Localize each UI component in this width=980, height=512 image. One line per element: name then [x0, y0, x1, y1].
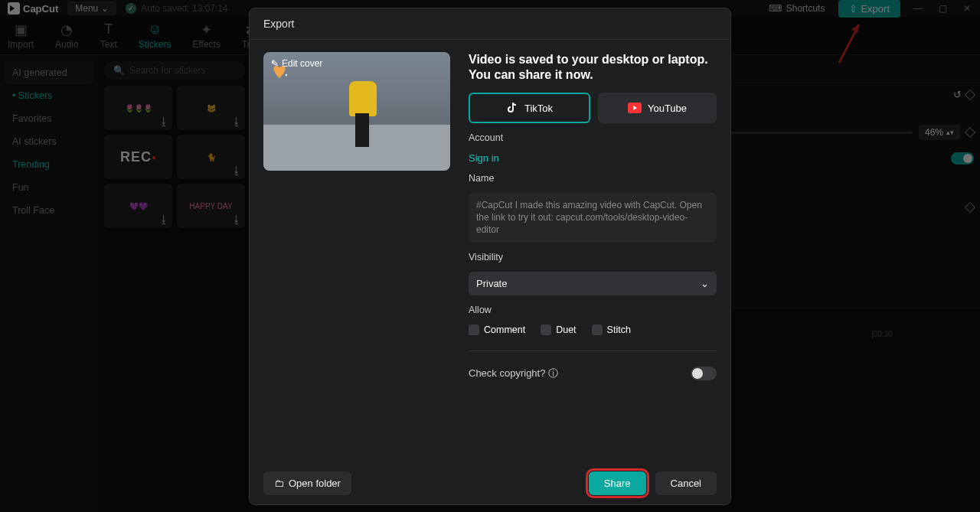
modal-headline: Video is saved to your desktop or laptop…: [469, 52, 717, 84]
share-youtube-button[interactable]: YouTube: [598, 93, 717, 123]
modal-title: Export: [250, 8, 730, 40]
info-icon[interactable]: ⓘ: [548, 367, 558, 379]
cover-thumbnail[interactable]: ✎Edit cover: [263, 52, 450, 171]
allow-duet-checkbox[interactable]: Duet: [541, 324, 576, 336]
folder-icon: 🗀: [274, 478, 284, 489]
account-label: Account: [469, 132, 717, 143]
svg-point-4: [286, 73, 287, 75]
visibility-select[interactable]: Private ⌄: [469, 272, 717, 295]
chevron-down-icon: ⌄: [701, 278, 709, 289]
allow-label: Allow: [469, 305, 717, 315]
youtube-icon: [628, 103, 642, 113]
check-copyright-toggle[interactable]: [691, 367, 717, 380]
open-folder-button[interactable]: 🗀 Open folder: [263, 471, 351, 495]
check-copyright-label: Check copyright? ⓘ: [469, 367, 558, 380]
share-tiktok-button[interactable]: TikTok: [469, 93, 590, 123]
name-input[interactable]: #CapCut I made this amazing video with C…: [469, 193, 717, 243]
allow-comment-checkbox[interactable]: Comment: [469, 324, 525, 336]
visibility-label: Visibility: [469, 252, 717, 263]
share-button[interactable]: Share: [589, 471, 646, 495]
svg-point-3: [272, 61, 273, 63]
allow-stitch-checkbox[interactable]: Stitch: [592, 324, 631, 336]
heart-sticker-icon: [268, 58, 291, 81]
sign-in-link[interactable]: Sign in: [469, 152, 717, 164]
export-modal: Export ✎Edit cover Video is saved to you…: [249, 8, 731, 505]
tiktok-icon: [506, 102, 518, 114]
cancel-button[interactable]: Cancel: [655, 471, 717, 495]
name-label: Name: [469, 173, 717, 184]
